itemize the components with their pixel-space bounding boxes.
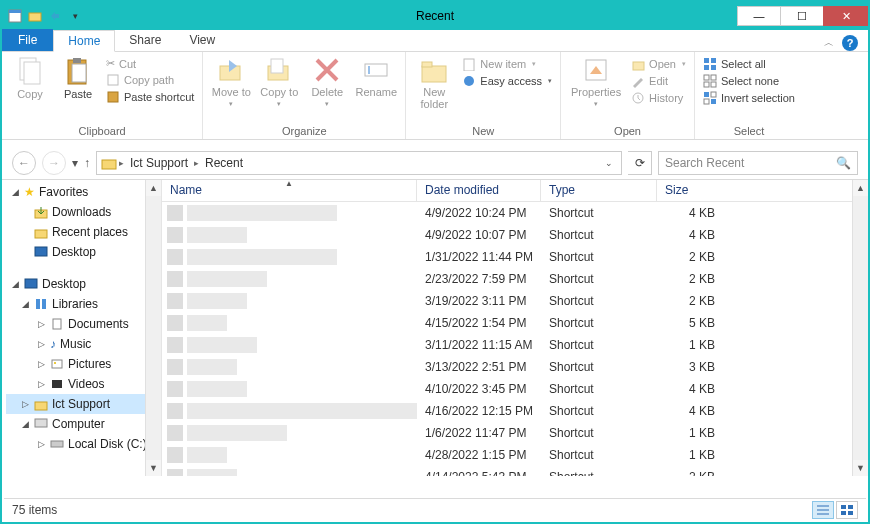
edit-button[interactable]: Edit (629, 73, 688, 89)
qat-newfolder-icon[interactable] (26, 7, 44, 25)
svg-rect-42 (52, 360, 62, 368)
tab-view[interactable]: View (175, 29, 229, 51)
table-row[interactable]: 1/31/2022 11:44 PMShortcut2 KB (162, 246, 868, 268)
details-view-button[interactable] (812, 501, 834, 519)
delete-button[interactable]: Delete▾ (305, 54, 349, 108)
breadcrumb-seg-2[interactable]: Recent (201, 156, 247, 170)
table-row[interactable]: 2/23/2022 7:59 PMShortcut2 KB (162, 268, 868, 290)
table-row[interactable]: 3/11/2022 11:15 AMShortcut1 KB (162, 334, 868, 356)
sort-indicator-icon: ▲ (285, 180, 293, 188)
column-size[interactable]: Size (657, 180, 868, 201)
svg-rect-51 (841, 505, 846, 509)
cell-date: 4/10/2022 3:45 PM (417, 382, 541, 396)
close-button[interactable]: ✕ (823, 6, 869, 26)
cell-type: Shortcut (541, 294, 657, 308)
move-to-button[interactable]: Move to▾ (209, 54, 253, 108)
sidebar-pictures[interactable]: ▷Pictures (6, 354, 161, 374)
properties-button[interactable]: Properties▾ (567, 54, 625, 108)
column-date[interactable]: Date modified (417, 180, 541, 201)
tab-share[interactable]: Share (115, 29, 175, 51)
scroll-down-icon[interactable]: ▼ (853, 460, 868, 476)
sidebar-desktop-fav[interactable]: Desktop (6, 242, 161, 262)
new-folder-button[interactable]: New folder (412, 54, 456, 110)
tab-home[interactable]: Home (53, 30, 115, 52)
svg-rect-47 (51, 441, 63, 447)
qat-properties-icon[interactable] (6, 7, 24, 25)
column-headers: Name▲ Date modified Type Size (162, 180, 868, 202)
copy-path-button[interactable]: Copy path (104, 72, 196, 88)
table-row[interactable]: 4/15/2022 1:54 PMShortcut5 KB (162, 312, 868, 334)
table-row[interactable]: 3/13/2022 2:51 PMShortcut3 KB (162, 356, 868, 378)
qat-undo-icon[interactable] (46, 7, 64, 25)
breadcrumb[interactable]: ▸ Ict Support ▸ Recent ⌄ (96, 151, 622, 175)
select-all-button[interactable]: Select all (701, 56, 797, 72)
copy-button[interactable]: Copy (8, 54, 52, 100)
paste-button[interactable]: Paste (56, 54, 100, 100)
cut-button[interactable]: ✂Cut (104, 56, 196, 71)
sidebar-ict-support[interactable]: ▷Ict Support (6, 394, 161, 414)
help-icon[interactable]: ? (842, 35, 858, 51)
svg-rect-23 (711, 58, 716, 63)
scroll-down-icon[interactable]: ▼ (146, 460, 161, 476)
breadcrumb-seg-1[interactable]: Ict Support (126, 156, 192, 170)
recent-locations-button[interactable]: ▾ (72, 156, 78, 170)
sidebar-documents[interactable]: ▷Documents (6, 314, 161, 334)
rename-button[interactable]: Rename (353, 54, 399, 98)
filelist-scrollbar[interactable]: ▲ ▼ (852, 180, 868, 476)
table-row[interactable]: 3/19/2022 3:11 PMShortcut2 KB (162, 290, 868, 312)
table-row[interactable]: 4/16/2022 12:15 PMShortcut4 KB (162, 400, 868, 422)
scroll-up-icon[interactable]: ▲ (146, 180, 161, 196)
open-button[interactable]: Open (629, 56, 688, 72)
svg-rect-22 (704, 58, 709, 63)
paste-shortcut-button[interactable]: Paste shortcut (104, 89, 196, 105)
clipboard-group-label: Clipboard (8, 125, 196, 139)
file-icon (167, 227, 183, 243)
table-row[interactable]: 4/14/2022 5:43 PMShortcut2 KB (162, 466, 868, 476)
select-none-button[interactable]: Select none (701, 73, 797, 89)
file-icon (167, 293, 183, 309)
qat-dropdown-icon[interactable]: ▾ (66, 7, 84, 25)
sidebar-scrollbar[interactable]: ▲ ▼ (145, 180, 161, 476)
sidebar-local-disk[interactable]: ▷Local Disk (C:) (6, 434, 161, 454)
sidebar-computer[interactable]: ◢Computer (6, 414, 161, 434)
column-type[interactable]: Type (541, 180, 657, 201)
sidebar-favorites[interactable]: ◢★Favorites (6, 182, 161, 202)
invert-selection-button[interactable]: Invert selection (701, 90, 797, 106)
table-row[interactable]: 4/28/2022 1:15 PMShortcut1 KB (162, 444, 868, 466)
svg-rect-54 (848, 511, 853, 515)
maximize-button[interactable]: ☐ (780, 6, 824, 26)
thumbnails-view-button[interactable] (836, 501, 858, 519)
minimize-button[interactable]: — (737, 6, 781, 26)
breadcrumb-dropdown-icon[interactable]: ⌄ (605, 158, 617, 168)
table-row[interactable]: 4/9/2022 10:07 PMShortcut4 KB (162, 224, 868, 246)
cell-type: Shortcut (541, 228, 657, 242)
up-button[interactable]: ↑ (84, 156, 90, 170)
table-row[interactable]: 4/9/2022 10:24 PMShortcut4 KB (162, 202, 868, 224)
cell-date: 4/9/2022 10:07 PM (417, 228, 541, 242)
sidebar-libraries[interactable]: ◢Libraries (6, 294, 161, 314)
column-name[interactable]: Name▲ (162, 180, 417, 201)
tab-file[interactable]: File (2, 29, 53, 51)
sidebar-downloads[interactable]: Downloads (6, 202, 161, 222)
sidebar-desktop[interactable]: ◢Desktop (6, 274, 161, 294)
table-row[interactable]: 1/6/2022 11:47 PMShortcut1 KB (162, 422, 868, 444)
cell-size: 1 KB (657, 426, 721, 440)
forward-button[interactable]: → (42, 151, 66, 175)
copy-to-button[interactable]: Copy to▾ (257, 54, 301, 108)
history-button[interactable]: History (629, 90, 688, 106)
new-item-button[interactable]: New item (460, 56, 554, 72)
back-button[interactable]: ← (12, 151, 36, 175)
sidebar-music[interactable]: ▷♪Music (6, 334, 161, 354)
cell-size: 1 KB (657, 338, 721, 352)
cell-date: 4/16/2022 12:15 PM (417, 404, 541, 418)
easy-access-button[interactable]: Easy access (460, 73, 554, 89)
table-row[interactable]: 4/10/2022 3:45 PMShortcut4 KB (162, 378, 868, 400)
file-icon (167, 425, 183, 441)
file-icon (167, 447, 183, 463)
sidebar-videos[interactable]: ▷Videos (6, 374, 161, 394)
collapse-ribbon-icon[interactable]: ︿ (824, 36, 834, 50)
refresh-button[interactable]: ⟳ (628, 151, 652, 175)
scroll-up-icon[interactable]: ▲ (853, 180, 868, 196)
search-input[interactable]: Search Recent 🔍 (658, 151, 858, 175)
sidebar-recent-places[interactable]: Recent places (6, 222, 161, 242)
